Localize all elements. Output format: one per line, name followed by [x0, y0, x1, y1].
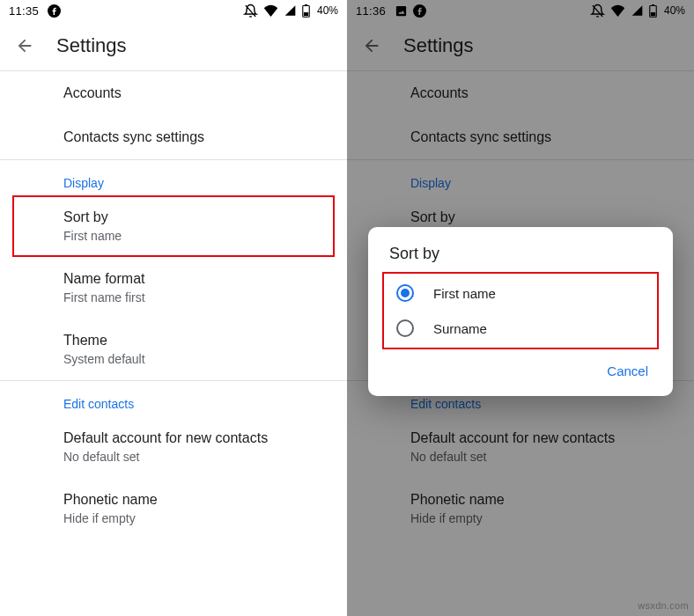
arrow-back-icon	[15, 36, 34, 55]
item-label: Theme	[63, 331, 329, 350]
item-value: First name first	[63, 289, 329, 306]
radio-option-first-name[interactable]: First name	[382, 275, 659, 311]
signal-icon	[631, 4, 644, 17]
svg-rect-8	[651, 12, 655, 16]
app-bar: Settings	[347, 21, 694, 70]
clock: 11:36	[356, 4, 386, 18]
sort-by-dialog: Sort by First name Surname Cancel	[368, 227, 673, 396]
item-value: No default set	[63, 448, 329, 466]
wifi-icon	[263, 4, 278, 17]
app-bar: Settings	[0, 21, 347, 70]
status-bar: 11:36 40%	[347, 0, 694, 21]
settings-list: Accounts Contacts sync settings Display …	[0, 71, 347, 539]
contacts-sync-item[interactable]: Contacts sync settings	[347, 115, 694, 159]
battery-percent: 40%	[664, 4, 685, 17]
dialog-actions: Cancel	[368, 349, 673, 389]
item-label: Default account for new contacts	[410, 429, 676, 448]
radio-option-surname[interactable]: Surname	[382, 311, 659, 346]
svg-rect-4	[396, 5, 406, 15]
image-icon	[395, 4, 408, 18]
phone-left: 11:35 40% Settings	[0, 0, 347, 616]
item-value: Hide if empty	[63, 510, 329, 527]
page-title: Settings	[403, 34, 474, 57]
item-value: No default set	[410, 448, 676, 466]
item-value: System default	[63, 350, 329, 368]
svg-rect-3	[304, 12, 308, 16]
battery-icon	[649, 4, 657, 18]
item-label: Default account for new contacts	[63, 429, 329, 448]
sort-by-item[interactable]: Sort by First name	[12, 195, 335, 257]
page-title: Settings	[56, 34, 127, 57]
watermark: wsxdn.com	[638, 600, 689, 611]
item-value: First name	[63, 227, 317, 245]
dialog-title: Sort by	[368, 245, 673, 272]
cancel-button[interactable]: Cancel	[600, 358, 655, 384]
dialog-options: First name Surname	[382, 272, 659, 349]
bell-off-icon	[590, 4, 605, 18]
battery-percent: 40%	[317, 4, 338, 17]
svg-rect-7	[652, 4, 654, 6]
svg-rect-2	[305, 4, 307, 6]
phonetic-name-item[interactable]: Phonetic name Hide if empty	[0, 478, 347, 539]
radio-unchecked-icon	[396, 319, 414, 337]
clock: 11:35	[9, 4, 39, 18]
default-account-item[interactable]: Default account for new contacts No defa…	[0, 416, 347, 478]
display-section-header: Display	[0, 160, 347, 195]
display-section-header: Display	[347, 160, 694, 195]
item-label: Sort by	[410, 208, 676, 227]
accounts-item[interactable]: Accounts	[0, 71, 347, 115]
name-format-item[interactable]: Name format First name first	[0, 257, 347, 319]
theme-item[interactable]: Theme System default	[0, 319, 347, 380]
wifi-icon	[610, 4, 625, 17]
item-value: Hide if empty	[410, 510, 676, 527]
battery-icon	[302, 4, 310, 18]
accounts-item[interactable]: Accounts	[347, 71, 694, 115]
back-button[interactable]	[14, 35, 35, 56]
item-label: Sort by	[63, 208, 317, 227]
facebook-icon	[413, 4, 426, 18]
item-label: Phonetic name	[410, 490, 676, 510]
radio-label: Surname	[433, 321, 487, 336]
default-account-item[interactable]: Default account for new contacts No defa…	[347, 416, 694, 478]
item-label: Accounts	[63, 84, 329, 103]
bell-off-icon	[243, 4, 258, 18]
edit-contacts-section-header: Edit contacts	[0, 381, 347, 416]
contacts-sync-item[interactable]: Contacts sync settings	[0, 115, 347, 159]
back-button[interactable]	[361, 35, 382, 56]
item-label: Phonetic name	[63, 490, 329, 510]
signal-icon	[284, 4, 297, 17]
phonetic-name-item[interactable]: Phonetic name Hide if empty	[347, 478, 694, 539]
item-label: Contacts sync settings	[63, 128, 329, 147]
item-label: Contacts sync settings	[410, 128, 676, 147]
item-label: Accounts	[410, 84, 676, 103]
facebook-icon	[48, 4, 61, 18]
status-bar: 11:35 40%	[0, 0, 347, 21]
radio-checked-icon	[396, 284, 414, 302]
radio-label: First name	[433, 286, 496, 301]
phone-right: 11:36 40%	[347, 0, 694, 616]
arrow-back-icon	[362, 36, 381, 55]
item-label: Name format	[63, 269, 329, 289]
